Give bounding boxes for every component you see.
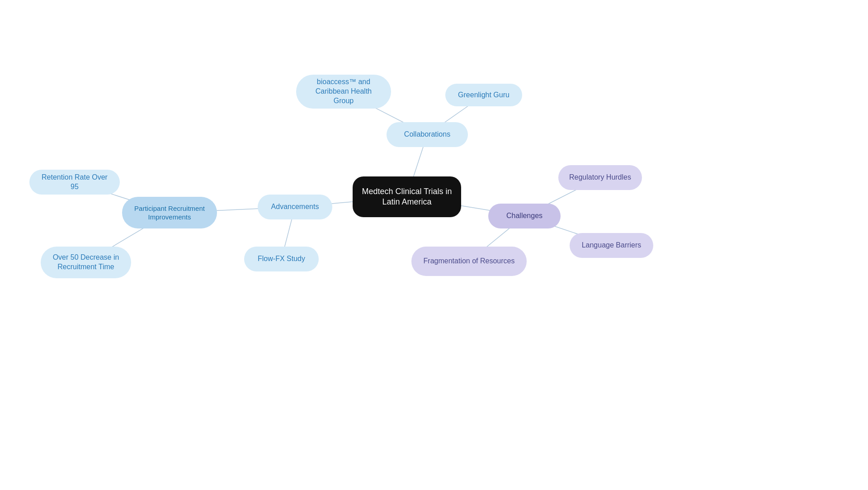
bioaccess-node: bioaccess™ and Caribbean Health Group [296, 75, 391, 109]
retention-node: Retention Rate Over 95 [29, 170, 120, 195]
participant-node: Participant Recruitment Improvements [122, 197, 217, 228]
decrease-node: Over 50 Decrease in Recruitment Time [41, 247, 131, 278]
language-node: Language Barriers [570, 233, 653, 258]
collaborations-node: Collaborations [387, 122, 468, 147]
flowfx-node: Flow-FX Study [244, 247, 319, 271]
center-node: Medtech Clinical Trials in Latin America [353, 176, 461, 217]
greenlight-node: Greenlight Guru [445, 84, 522, 106]
regulatory-node: Regulatory Hurdles [558, 165, 642, 190]
advancements-node: Advancements [258, 195, 332, 219]
challenges-node: Challenges [488, 204, 561, 228]
fragmentation-node: Fragmentation of Resources [411, 247, 527, 276]
